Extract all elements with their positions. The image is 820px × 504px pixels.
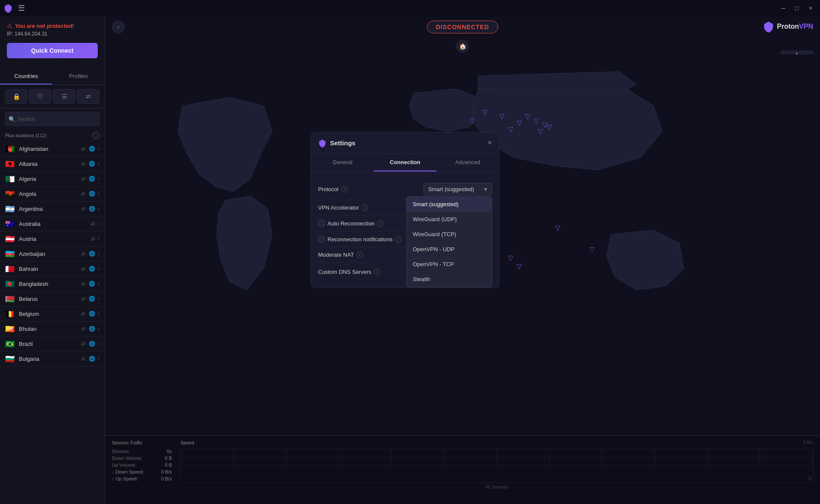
- custom-dns-info-icon[interactable]: i: [374, 269, 380, 275]
- country-name: Belarus: [19, 296, 80, 302]
- filter-shield-icon[interactable]: 🛡: [29, 89, 51, 104]
- close-button[interactable]: ×: [805, 2, 817, 14]
- country-expand-icon[interactable]: ›: [98, 221, 99, 227]
- country-item[interactable]: 🇧🇷 Brazil ⇄ 🌐 ›: [0, 336, 105, 351]
- country-item[interactable]: 🇦🇹 Austria ⇄ ›: [0, 231, 105, 246]
- protocol-option[interactable]: OpenVPN - TCP: [407, 257, 492, 272]
- country-item[interactable]: 🇦🇴 Angola ⇄ 🌐 ›: [0, 186, 105, 201]
- country-reconnect-icon[interactable]: ⇄: [80, 175, 86, 183]
- country-expand-icon[interactable]: ›: [98, 281, 99, 287]
- speed-chart: 0: [180, 449, 813, 483]
- modal-close-button[interactable]: ×: [487, 138, 492, 147]
- country-reconnect-icon[interactable]: ⇄: [90, 235, 96, 243]
- country-item[interactable]: 🇧🇩 Bangladesh ⇄ 🌐 ›: [0, 276, 105, 291]
- country-item[interactable]: 🇧🇭 Bahrain ⇄ 🌐 ›: [0, 261, 105, 276]
- country-globe-icon[interactable]: 🌐: [88, 340, 96, 348]
- country-item[interactable]: 🇩🇿 Algeria ⇄ 🌐 ›: [0, 171, 105, 186]
- plus-locations-info-icon[interactable]: i: [93, 132, 99, 139]
- country-expand-icon[interactable]: ›: [98, 176, 99, 182]
- country-expand-icon[interactable]: ›: [98, 341, 99, 347]
- country-item[interactable]: 🇦🇷 Argentina ⇄ 🌐 ›: [0, 201, 105, 216]
- filter-sort-icon[interactable]: ⇄: [77, 89, 99, 104]
- country-expand-icon[interactable]: ›: [98, 146, 99, 152]
- country-name: Afghanistan: [19, 146, 80, 152]
- country-item[interactable]: 🇦🇱 Albania ⇄ 🌐 ›: [0, 156, 105, 171]
- country-flag-icon: 🇧🇭: [5, 265, 15, 272]
- country-expand-icon[interactable]: ›: [98, 236, 99, 242]
- protocol-dropdown[interactable]: Smart (suggested) ▼ Smart (suggested)Wir…: [424, 183, 492, 195]
- filter-secure-icon[interactable]: 🔒: [5, 89, 27, 104]
- filter-list-icon[interactable]: ☰: [53, 89, 75, 104]
- country-globe-icon[interactable]: 🌐: [88, 355, 96, 363]
- quick-connect-button[interactable]: Quick Connect: [7, 43, 98, 58]
- maximize-button[interactable]: □: [791, 2, 803, 14]
- modal-tab-general[interactable]: General: [311, 154, 374, 171]
- country-expand-icon[interactable]: ›: [98, 191, 99, 197]
- protocol-option[interactable]: Smart (suggested): [407, 197, 492, 212]
- protocol-option[interactable]: WireGuard (TCP): [407, 227, 492, 242]
- country-expand-icon[interactable]: ›: [98, 311, 99, 317]
- svg-text:▽: ▽: [508, 254, 514, 261]
- country-expand-icon[interactable]: ›: [98, 326, 99, 332]
- country-globe-icon[interactable]: 🌐: [88, 295, 96, 303]
- country-item[interactable]: 🇧🇬 Bulgaria ⇄ 🌐 ›: [0, 351, 105, 366]
- search-input[interactable]: [5, 112, 99, 126]
- reconnection-notifications-checkbox[interactable]: [318, 236, 325, 243]
- vpn-accelerator-info-icon[interactable]: i: [361, 204, 368, 211]
- sidebar: ⚠ You are not protected! IP: 144.64.204.…: [0, 16, 105, 504]
- country-item[interactable]: 🇦🇿 Azerbaijan ⇄ 🌐 ›: [0, 246, 105, 261]
- country-expand-icon[interactable]: ›: [98, 266, 99, 272]
- country-expand-icon[interactable]: ›: [98, 296, 99, 302]
- country-globe-icon[interactable]: 🌐: [88, 205, 96, 213]
- protocol-option[interactable]: Stealth: [407, 272, 492, 287]
- country-item[interactable]: 🇧🇪 Belgium ⇄ 🌐 ›: [0, 306, 105, 321]
- country-reconnect-icon[interactable]: ⇄: [80, 160, 86, 168]
- collapse-sidebar-button[interactable]: ‹: [112, 21, 125, 33]
- country-globe-icon[interactable]: 🌐: [88, 145, 96, 153]
- country-expand-icon[interactable]: ›: [98, 161, 99, 167]
- country-actions: ⇄ 🌐 ›: [80, 175, 99, 183]
- country-reconnect-icon[interactable]: ⇄: [80, 310, 86, 318]
- country-reconnect-icon[interactable]: ⇄: [80, 325, 86, 333]
- country-globe-icon[interactable]: 🌐: [88, 190, 96, 198]
- country-globe-icon[interactable]: 🌐: [88, 160, 96, 168]
- country-item[interactable]: 🇧🇹 Bhutan ⇄ 🌐 ›: [0, 321, 105, 336]
- country-globe-icon[interactable]: 🌐: [88, 280, 96, 288]
- country-globe-icon[interactable]: 🌐: [88, 175, 96, 183]
- up-volume-label: Up Volume:: [112, 462, 136, 468]
- country-globe-icon[interactable]: 🌐: [88, 250, 96, 258]
- moderate-nat-info-icon[interactable]: i: [357, 252, 363, 258]
- country-reconnect-icon[interactable]: ⇄: [90, 220, 96, 228]
- country-globe-icon[interactable]: 🌐: [88, 310, 96, 318]
- country-globe-icon[interactable]: 🌐: [88, 325, 96, 333]
- tab-countries[interactable]: Countries: [0, 69, 52, 84]
- country-expand-icon[interactable]: ›: [98, 356, 99, 362]
- country-reconnect-icon[interactable]: ⇄: [80, 145, 86, 153]
- country-item[interactable]: 🇦🇺 Australia ⇄ ›: [0, 216, 105, 231]
- protocol-option[interactable]: WireGuard (UDP): [407, 212, 492, 227]
- country-expand-icon[interactable]: ›: [98, 251, 99, 257]
- country-reconnect-icon[interactable]: ⇄: [80, 190, 86, 198]
- country-reconnect-icon[interactable]: ⇄: [80, 295, 86, 303]
- auto-reconnection-checkbox[interactable]: [318, 220, 325, 227]
- country-globe-icon[interactable]: 🌐: [88, 265, 96, 273]
- country-reconnect-icon[interactable]: ⇄: [80, 250, 86, 258]
- country-reconnect-icon[interactable]: ⇄: [80, 265, 86, 273]
- country-item[interactable]: 🇦🇫 Afghanistan ⇄ 🌐 ›: [0, 141, 105, 156]
- country-item[interactable]: 🇧🇾 Belarus ⇄ 🌐 ›: [0, 291, 105, 306]
- country-reconnect-icon[interactable]: ⇄: [80, 205, 86, 213]
- country-name: Bulgaria: [19, 356, 80, 362]
- modal-tab-advanced[interactable]: Advanced: [436, 154, 499, 171]
- minimize-button[interactable]: ─: [777, 2, 789, 14]
- protocol-option[interactable]: OpenVPN - UDP: [407, 242, 492, 257]
- tab-profiles[interactable]: Profiles: [52, 69, 105, 84]
- country-reconnect-icon[interactable]: ⇄: [80, 340, 86, 348]
- country-reconnect-icon[interactable]: ⇄: [80, 355, 86, 363]
- reconnection-notifications-info-icon[interactable]: i: [395, 236, 402, 243]
- protocol-info-icon[interactable]: i: [341, 186, 348, 192]
- country-expand-icon[interactable]: ›: [98, 206, 99, 212]
- country-reconnect-icon[interactable]: ⇄: [80, 280, 86, 288]
- auto-reconnection-info-icon[interactable]: i: [377, 220, 384, 227]
- modal-tab-connection[interactable]: Connection: [374, 154, 436, 171]
- menu-icon[interactable]: ☰: [16, 2, 27, 15]
